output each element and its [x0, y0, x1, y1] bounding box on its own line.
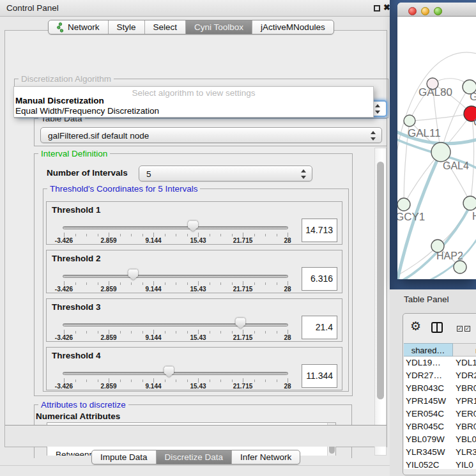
tab-select[interactable]: Select	[144, 20, 186, 34]
table-row[interactable]: YBL079WYBL0	[404, 433, 476, 446]
combo-arrows-icon	[371, 131, 376, 141]
table-row[interactable]: YDL19…YDL1	[404, 357, 476, 369]
table-data-group: Table Data galFiltered.sif default node	[34, 118, 387, 146]
slider-tick	[86, 380, 87, 382]
apply-strip: Apply	[6, 426, 386, 447]
gear-icon[interactable]: ⚙	[410, 320, 421, 332]
slider-tick-label: 15.43	[179, 334, 217, 341]
slider-tick	[254, 282, 255, 285]
table-row[interactable]: YER054CYER0	[404, 408, 476, 420]
threshold-panel: Threshold 4-3.4262.8599.14415.4321.71528…	[46, 347, 342, 390]
slider-tick	[198, 378, 199, 383]
slider-tick	[277, 234, 277, 236]
table-panel: Table Panel ⚙ ✓ ✓ shared… n YDL19…YDL1YD…	[390, 289, 476, 476]
table-row[interactable]: YBR043CYBR0	[404, 382, 476, 395]
checkbox-icon[interactable]: ✓	[457, 326, 463, 332]
slider-thumb[interactable]	[188, 220, 198, 232]
network-node-h[interactable]	[463, 196, 476, 210]
slider-track[interactable]	[63, 323, 288, 326]
slider-tick	[75, 331, 76, 334]
tab-discretize-data[interactable]: Discretize Data	[156, 450, 232, 464]
close-traffic-light[interactable]	[408, 7, 417, 15]
cell-name: YLR3	[454, 446, 476, 459]
cell-name: YER0	[454, 408, 476, 420]
slider-tick-label: 28	[268, 286, 307, 293]
slider-tick	[187, 380, 188, 382]
slider-tick	[98, 331, 98, 334]
slider-tick	[98, 282, 98, 285]
zoom-traffic-light[interactable]	[434, 7, 442, 15]
tab-cyni-toolbox[interactable]: Cyni Toolbox	[185, 20, 252, 34]
slider-tick	[243, 233, 243, 237]
slider-tick	[98, 380, 98, 382]
slider-track[interactable]	[63, 226, 288, 229]
table-browser: ⚙ ✓ ✓ shared… n YDL19…YDL1YDR27…YDR2YBR0…	[403, 313, 476, 475]
slider-tick	[86, 234, 87, 236]
control-panel-window: Control Panel ✖ NetworkStyleSelectCyni T…	[0, 0, 390, 476]
threshold-value-input[interactable]: 6.316	[302, 267, 337, 291]
slider-tick-label: -3.426	[45, 237, 83, 244]
table-header-row: shared… n	[404, 343, 476, 357]
network-node[interactable]	[454, 261, 466, 273]
number-of-intervals-select[interactable]: 5	[139, 165, 312, 181]
slider-tick-label: 9.144	[134, 383, 173, 390]
network-node-gcy1[interactable]	[397, 198, 410, 211]
tab-style[interactable]: Style	[108, 20, 144, 34]
table-row[interactable]: YIL052CYIL0	[404, 459, 476, 469]
slider-tick	[64, 378, 65, 383]
slider-tick-label: 21.715	[224, 334, 262, 341]
checkbox-icon[interactable]: ✓	[464, 326, 470, 332]
column-header-name[interactable]: n	[453, 343, 476, 357]
slider-tick-label: 9.144	[134, 286, 173, 293]
network-canvas[interactable]: GAL80GACGAL11GAL4GCY1HHAP2	[397, 17, 476, 279]
slider-tick-label: 2.859	[89, 334, 128, 341]
slider-thumb[interactable]	[235, 318, 245, 329]
table-row[interactable]: YDR27…YDR2	[404, 369, 476, 382]
slider-thumb[interactable]	[128, 269, 138, 280]
slider-tick	[109, 233, 109, 237]
slider-tick	[75, 234, 76, 236]
slider-tick	[243, 281, 243, 286]
threshold-value-input[interactable]: 11.344	[302, 364, 337, 388]
slider-tick	[153, 233, 154, 237]
table-row[interactable]: YPR145WYPR1	[404, 395, 476, 408]
slider-tick	[120, 331, 121, 334]
tab-jactivemnodules[interactable]: jActiveMNodules	[252, 20, 334, 34]
slider-tick	[109, 281, 109, 286]
settings-scrollbar-thumb[interactable]	[377, 162, 384, 399]
tab-label: jActiveMNodules	[261, 22, 325, 32]
slider-track[interactable]	[63, 275, 288, 278]
slider-tick	[254, 380, 255, 382]
table-data-select[interactable]: galFiltered.sif default node	[40, 127, 382, 143]
discretization-algorithm-title: Discretization Algorithm	[19, 74, 114, 84]
cell-shared-name: YPR145W	[404, 395, 454, 408]
slider-tick	[86, 282, 87, 285]
threshold-value-input[interactable]: 21.4	[302, 316, 337, 339]
slider-tick	[220, 282, 221, 285]
tab-infer-network[interactable]: Infer Network	[231, 450, 300, 464]
slider-tick	[75, 380, 76, 382]
slider-thumb[interactable]	[164, 366, 174, 378]
slider-tick	[265, 282, 266, 285]
settings-scrollbar[interactable]	[374, 148, 387, 456]
column-header-shared-name[interactable]: shared…	[404, 343, 453, 357]
algorithm-option-equal-width[interactable]: Equal Width/Frequency Discretization	[15, 106, 159, 116]
slider-tick	[176, 234, 176, 236]
minimize-traffic-light[interactable]	[421, 7, 429, 15]
network-window-titlebar[interactable]	[397, 3, 476, 17]
float-window-icon[interactable]	[374, 5, 380, 12]
slider-track[interactable]	[63, 372, 288, 375]
tab-network[interactable]: Network	[49, 20, 108, 34]
table-row[interactable]: YBR045CYBR0	[404, 420, 476, 433]
thresholds-group: Threshold's Coordinates for 5 Intervals …	[43, 188, 349, 392]
threshold-value-input[interactable]: 14.713	[302, 219, 337, 242]
tab-impute-data[interactable]: Impute Data	[92, 450, 156, 464]
slider-tick	[232, 331, 233, 334]
slider-tick	[176, 331, 176, 334]
algorithm-option-manual[interactable]: Manual Discretization	[15, 96, 104, 105]
split-columns-icon[interactable]	[431, 322, 443, 333]
network-node-gal11[interactable]	[404, 115, 415, 127]
node-label-hap2: HAP2	[436, 250, 463, 261]
table-row[interactable]: YLR345WYLR3	[404, 446, 476, 459]
network-node-gal4[interactable]	[431, 142, 450, 162]
